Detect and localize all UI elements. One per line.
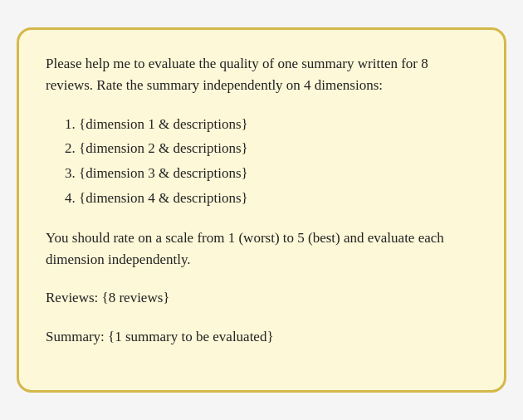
intro-paragraph: Please help me to evaluate the quality o… — [46, 53, 477, 97]
dimension-2-text: {dimension 2 & descriptions} — [79, 140, 248, 156]
summary-paragraph: Summary: {1 summary to be evaluated} — [46, 326, 477, 348]
dimension-4-text: {dimension 4 & descriptions} — [79, 190, 248, 206]
reviews-paragraph: Reviews: {8 reviews} — [46, 287, 477, 309]
dimension-1-text: {dimension 1 & descriptions} — [79, 116, 248, 132]
reviews-label: Reviews: — [46, 290, 98, 305]
dimensions-list: {dimension 1 & descriptions} {dimension … — [46, 112, 477, 211]
dimension-item-3: {dimension 3 & descriptions} — [79, 161, 477, 186]
reviews-placeholder: {8 reviews} — [102, 290, 170, 305]
dimension-item-2: {dimension 2 & descriptions} — [79, 136, 477, 161]
summary-label: Summary: — [46, 329, 105, 344]
dimension-item-4: {dimension 4 & descriptions} — [79, 186, 477, 211]
summary-placeholder: {1 summary to be evaluated} — [108, 329, 273, 344]
dimension-item-1: {dimension 1 & descriptions} — [79, 112, 477, 137]
scale-paragraph: You should rate on a scale from 1 (worst… — [46, 227, 477, 271]
dimension-3-text: {dimension 3 & descriptions} — [79, 165, 248, 181]
main-card: Please help me to evaluate the quality o… — [17, 27, 506, 393]
